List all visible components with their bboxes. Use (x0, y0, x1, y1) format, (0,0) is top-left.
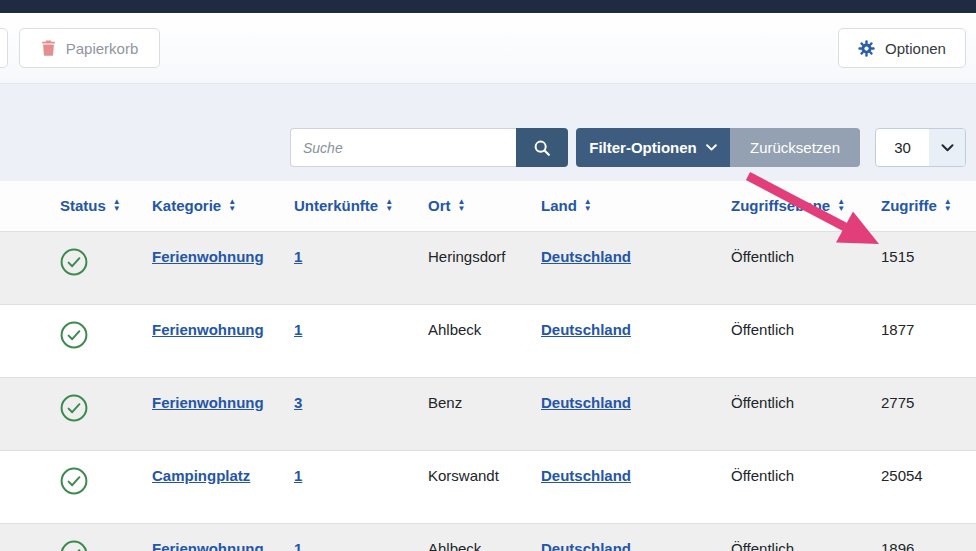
zugriffsebene-value: Öffentlich (731, 248, 794, 265)
trash-button[interactable]: Papierkorb (19, 28, 160, 68)
zugriffe-cell: 25054 (881, 450, 976, 523)
search-icon (533, 139, 551, 157)
table-row: Campingplatz1KorswandtDeutschlandÖffentl… (0, 450, 976, 523)
status-published-icon[interactable] (60, 394, 88, 425)
kategorie-link[interactable]: Ferienwohnung (152, 394, 264, 411)
sort-icon: ▲▼ (584, 199, 592, 212)
sort-icon: ▲▼ (385, 199, 393, 212)
table-row: Ferienwohnung1AhlbeckDeutschlandÖffentli… (0, 304, 976, 377)
column-header-land[interactable]: Land▲▼ (541, 181, 731, 231)
column-header-unterkuenfte[interactable]: Unterkünfte▲▼ (294, 181, 428, 231)
kategorie-cell: Ferienwohnung (152, 231, 294, 304)
unterkuenfte-cell: 1 (294, 523, 428, 551)
top-navigation-bar (0, 0, 976, 13)
table-row: Ferienwohnung1AhlbeckDeutschlandÖffentli… (0, 523, 976, 551)
status-published-icon[interactable] (60, 248, 88, 279)
column-label: Zugriffe (881, 197, 937, 214)
chevron-down-icon (929, 129, 965, 166)
admin-page: Papierkorb (0, 0, 976, 551)
trash-button-label: Papierkorb (66, 40, 139, 57)
land-link[interactable]: Deutschland (541, 394, 631, 411)
zugriffe-cell: 1515 (881, 231, 976, 304)
filter-options-label: Filter-Optionen (589, 139, 697, 156)
land-cell: Deutschland (541, 450, 731, 523)
ort-cell: Heringsdorf (428, 231, 541, 304)
status-cell (0, 231, 152, 304)
unterkuenfte-link[interactable]: 3 (294, 394, 302, 411)
listing-table: Status▲▼Kategorie▲▼Unterkünfte▲▼Ort▲▼Lan… (0, 181, 976, 551)
kategorie-link[interactable]: Ferienwohnung (152, 248, 264, 265)
search-button[interactable] (516, 128, 568, 167)
unterkuenfte-cell: 1 (294, 304, 428, 377)
status-published-icon[interactable] (60, 540, 88, 551)
column-header-kategorie[interactable]: Kategorie▲▼ (152, 181, 294, 231)
land-link[interactable]: Deutschland (541, 321, 631, 338)
land-link[interactable]: Deutschland (541, 248, 631, 265)
filter-options-button[interactable]: Filter-Optionen (576, 128, 730, 167)
ort-value: Benz (428, 394, 462, 411)
column-header-ort[interactable]: Ort▲▼ (428, 181, 541, 231)
unterkuenfte-link[interactable]: 1 (294, 248, 302, 265)
kategorie-cell: Ferienwohnung (152, 523, 294, 551)
column-header-zugriffsebene[interactable]: Zugriffsebene▲▼ (731, 181, 881, 231)
page-size-select[interactable]: 30 (875, 128, 966, 167)
column-label: Ort (428, 197, 451, 214)
column-label: Unterkünfte (294, 197, 378, 214)
ort-value: Ahlbeck (428, 540, 481, 551)
zugriffsebene-cell: Öffentlich (731, 377, 881, 450)
unterkuenfte-link[interactable]: 1 (294, 321, 302, 338)
ort-cell: Benz (428, 377, 541, 450)
status-published-icon[interactable] (60, 467, 88, 498)
land-cell: Deutschland (541, 231, 731, 304)
unterkuenfte-link[interactable]: 1 (294, 540, 302, 551)
options-button-label: Optionen (885, 40, 946, 57)
reset-button-label: Zurücksetzen (750, 139, 840, 156)
toolbar-button-partial[interactable] (0, 28, 8, 68)
unterkuenfte-link[interactable]: 1 (294, 467, 302, 484)
column-header-zugriffe[interactable]: Zugriffe▲▼ (881, 181, 976, 231)
status-published-icon[interactable] (60, 321, 88, 352)
ort-cell: Ahlbeck (428, 304, 541, 377)
gear-icon (858, 40, 875, 57)
zugriffe-cell: 1877 (881, 304, 976, 377)
ort-value: Heringsdorf (428, 248, 506, 265)
zugriffe-value: 1877 (881, 321, 914, 338)
sort-icon: ▲▼ (944, 199, 952, 212)
table-row: Ferienwohnung1HeringsdorfDeutschlandÖffe… (0, 231, 976, 304)
zugriffsebene-value: Öffentlich (731, 394, 794, 411)
zugriffsebene-value: Öffentlich (731, 540, 794, 551)
column-label: Land (541, 197, 577, 214)
search-input[interactable] (290, 128, 516, 167)
table-header-row: Status▲▼Kategorie▲▼Unterkünfte▲▼Ort▲▼Lan… (0, 181, 976, 231)
sort-icon: ▲▼ (228, 199, 236, 212)
unterkuenfte-cell: 1 (294, 450, 428, 523)
chevron-down-icon (706, 144, 717, 151)
land-link[interactable]: Deutschland (541, 540, 631, 551)
zugriffe-cell: 1896 (881, 523, 976, 551)
sort-icon: ▲▼ (113, 199, 121, 212)
ort-value: Korswandt (428, 467, 499, 484)
column-label: Status (60, 197, 106, 214)
land-link[interactable]: Deutschland (541, 467, 631, 484)
sort-icon: ▲▼ (458, 199, 466, 212)
land-cell: Deutschland (541, 304, 731, 377)
ort-cell: Ahlbeck (428, 523, 541, 551)
kategorie-link[interactable]: Ferienwohnung (152, 540, 264, 551)
zugriffsebene-cell: Öffentlich (731, 523, 881, 551)
options-button[interactable]: Optionen (838, 28, 966, 68)
zugriffsebene-cell: Öffentlich (731, 450, 881, 523)
reset-button[interactable]: Zurücksetzen (730, 128, 860, 167)
column-header-status[interactable]: Status▲▼ (0, 181, 152, 231)
kategorie-link[interactable]: Campingplatz (152, 467, 250, 484)
ort-cell: Korswandt (428, 450, 541, 523)
unterkuenfte-cell: 3 (294, 377, 428, 450)
zugriffe-value: 1515 (881, 248, 914, 265)
status-cell (0, 304, 152, 377)
sort-icon: ▲▼ (837, 199, 845, 212)
land-cell: Deutschland (541, 377, 731, 450)
kategorie-link[interactable]: Ferienwohnung (152, 321, 264, 338)
zugriffe-cell: 2775 (881, 377, 976, 450)
zugriffe-value: 25054 (881, 467, 923, 484)
land-cell: Deutschland (541, 523, 731, 551)
zugriffsebene-cell: Öffentlich (731, 231, 881, 304)
